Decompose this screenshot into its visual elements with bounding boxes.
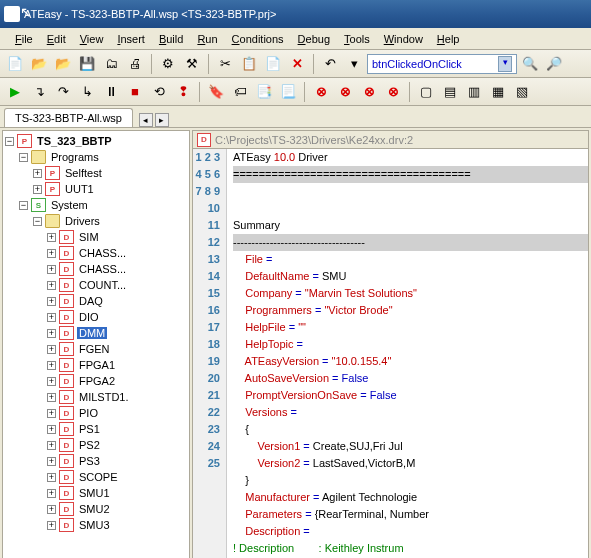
tree-driver-item[interactable]: +DPS1 — [5, 421, 187, 437]
tree-driver-item[interactable]: +DSIM — [5, 229, 187, 245]
save-button[interactable]: 💾 — [76, 53, 98, 75]
redo-button[interactable]: ▾ — [343, 53, 365, 75]
open-button[interactable]: 📂 — [28, 53, 50, 75]
del3-button[interactable]: ⊗ — [358, 81, 380, 103]
del4-button[interactable]: ⊗ — [382, 81, 404, 103]
print-button[interactable]: 🖨 — [124, 53, 146, 75]
stepin-button[interactable]: ↴ — [28, 81, 50, 103]
win2-button[interactable]: ▤ — [439, 81, 461, 103]
undo-button[interactable]: ↶ — [319, 53, 341, 75]
menu-build[interactable]: Build — [152, 31, 190, 47]
expand-icon[interactable]: + — [47, 457, 56, 466]
proc-combo[interactable]: btnClickedOnClick ▾ — [367, 54, 517, 74]
tree-driver-item[interactable]: +DCOUNT... — [5, 277, 187, 293]
collapse-icon[interactable]: − — [5, 137, 14, 146]
win5-button[interactable]: ▧ — [511, 81, 533, 103]
expand-icon[interactable]: + — [47, 281, 56, 290]
expand-icon[interactable]: + — [47, 329, 56, 338]
open2-button[interactable]: 📂 — [52, 53, 74, 75]
tree-driver-item[interactable]: +DSCOPE — [5, 469, 187, 485]
tree-selftest[interactable]: + P Selftest — [5, 165, 187, 181]
expand-icon[interactable]: + — [47, 345, 56, 354]
tree-driver-item[interactable]: +DDMM — [5, 325, 187, 341]
tree-driver-item[interactable]: +DSMU2 — [5, 501, 187, 517]
tab-prev-icon[interactable]: ◂ — [139, 113, 153, 127]
menu-file[interactable]: File — [8, 31, 40, 47]
code-area[interactable]: 1 2 3 4 5 6 7 8 9 10 11 12 13 14 15 16 1… — [193, 149, 588, 558]
find-button[interactable]: 🔍 — [519, 53, 541, 75]
tree-driver-item[interactable]: +DFGEN — [5, 341, 187, 357]
expand-icon[interactable]: + — [47, 393, 56, 402]
build-button[interactable]: ⚙ — [157, 53, 179, 75]
tree-root[interactable]: − P TS_323_BBTP — [5, 133, 187, 149]
expand-icon[interactable]: + — [47, 441, 56, 450]
tree-driver-item[interactable]: +DPS3 — [5, 453, 187, 469]
tree-programs[interactable]: − Programs — [5, 149, 187, 165]
menu-help[interactable]: Help — [430, 31, 467, 47]
paste-button[interactable]: 📄 — [262, 53, 284, 75]
run-button[interactable]: ▶ — [4, 81, 26, 103]
tree-driver-item[interactable]: +DDIO — [5, 309, 187, 325]
chevron-down-icon[interactable]: ▾ — [498, 56, 512, 72]
del1-button[interactable]: ⊗ — [310, 81, 332, 103]
expand-icon[interactable]: + — [47, 361, 56, 370]
expand-icon[interactable]: + — [47, 297, 56, 306]
menu-debug[interactable]: Debug — [291, 31, 337, 47]
expand-icon[interactable]: + — [47, 489, 56, 498]
code-content[interactable]: ATEasy 10.0 Driver======================… — [227, 149, 588, 558]
expand-icon[interactable]: + — [47, 521, 56, 530]
tree-driver-item[interactable]: +DMILSTD1. — [5, 389, 187, 405]
tree-driver-item[interactable]: +DPIO — [5, 405, 187, 421]
menu-window[interactable]: Window — [377, 31, 430, 47]
expand-icon[interactable]: + — [47, 425, 56, 434]
bp3-button[interactable]: 📑 — [253, 81, 275, 103]
tree-driver-item[interactable]: +DCHASS... — [5, 261, 187, 277]
win3-button[interactable]: ▥ — [463, 81, 485, 103]
expand-icon[interactable]: + — [47, 233, 56, 242]
expand-icon[interactable]: + — [47, 313, 56, 322]
delete-button[interactable]: ✕ — [286, 53, 308, 75]
collapse-icon[interactable]: − — [19, 201, 28, 210]
tree-driver-item[interactable]: +DDAQ — [5, 293, 187, 309]
win4-button[interactable]: ▦ — [487, 81, 509, 103]
del2-button[interactable]: ⊗ — [334, 81, 356, 103]
tree-system[interactable]: − S System — [5, 197, 187, 213]
menu-run[interactable]: Run — [190, 31, 224, 47]
restart-button[interactable]: ⟲ — [148, 81, 170, 103]
copy-button[interactable]: 📋 — [238, 53, 260, 75]
tree-driver-item[interactable]: +DCHASS... — [5, 245, 187, 261]
tree-driver-item[interactable]: +DPS2 — [5, 437, 187, 453]
bp1-button[interactable]: 🔖 — [205, 81, 227, 103]
pause-button[interactable]: ⏸ — [100, 81, 122, 103]
collapse-icon[interactable]: − — [19, 153, 28, 162]
tree-uut1[interactable]: + P UUT1 — [5, 181, 187, 197]
excl-button[interactable]: ❢ — [172, 81, 194, 103]
tree-driver-item[interactable]: +DSMU1 — [5, 485, 187, 501]
menu-edit[interactable]: Edit — [40, 31, 73, 47]
cut-button[interactable]: ✂ — [214, 53, 236, 75]
stepout-button[interactable]: ↳ — [76, 81, 98, 103]
find2-button[interactable]: 🔎 — [543, 53, 565, 75]
stop-button[interactable]: ■ — [124, 81, 146, 103]
expand-icon[interactable]: + — [47, 473, 56, 482]
stepover-button[interactable]: ↷ — [52, 81, 74, 103]
menu-conditions[interactable]: Conditions — [225, 31, 291, 47]
rebuild-button[interactable]: ⚒ — [181, 53, 203, 75]
menu-tools[interactable]: Tools — [337, 31, 377, 47]
expand-icon[interactable]: + — [33, 169, 42, 178]
bp4-button[interactable]: 📃 — [277, 81, 299, 103]
expand-icon[interactable]: + — [47, 409, 56, 418]
win1-button[interactable]: ▢ — [415, 81, 437, 103]
bp2-button[interactable]: 🏷 — [229, 81, 251, 103]
tab-next-icon[interactable]: ▸ — [155, 113, 169, 127]
doc-tab[interactable]: TS-323-BBTP-All.wsp — [4, 108, 133, 127]
collapse-icon[interactable]: − — [33, 217, 42, 226]
expand-icon[interactable]: + — [47, 505, 56, 514]
tree-driver-item[interactable]: +DSMU3 — [5, 517, 187, 533]
menu-view[interactable]: View — [73, 31, 111, 47]
saveall-button[interactable]: 🗂 — [100, 53, 122, 75]
expand-icon[interactable]: + — [47, 249, 56, 258]
new-button[interactable]: 📄 — [4, 53, 26, 75]
expand-icon[interactable]: + — [47, 377, 56, 386]
expand-icon[interactable]: + — [47, 265, 56, 274]
